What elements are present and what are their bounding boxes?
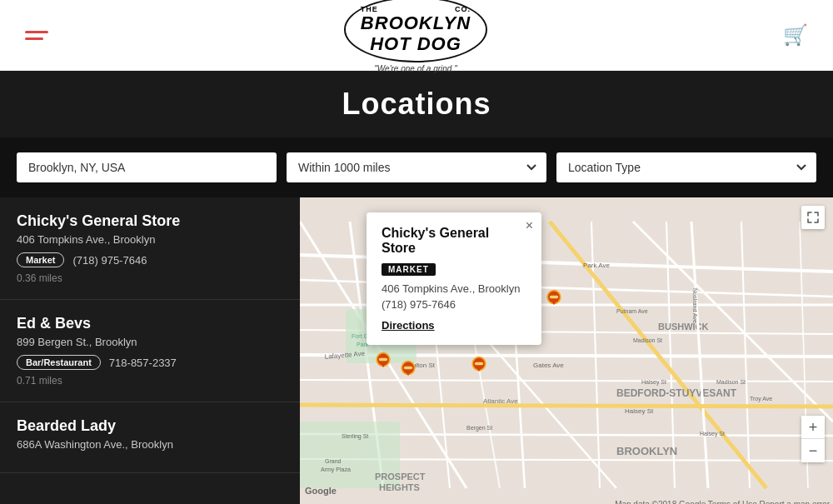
map-popup: × Chicky's General Store MARKET 406 Tomp…: [367, 212, 541, 345]
location-address: 686A Washington Ave., Brooklyn: [17, 438, 283, 451]
list-item[interactable]: Bearded Lady 686A Washington Ave., Brook…: [0, 402, 300, 473]
location-tags: Bar/Restaurant 718-857-2337: [17, 355, 283, 370]
location-phone: 718-857-2337: [109, 357, 177, 369]
svg-text:Nostrand Ave: Nostrand Ave: [692, 288, 698, 323]
map-pin[interactable]: [375, 352, 392, 373]
svg-text:BROOKLYN: BROOKLYN: [616, 445, 677, 457]
zoom-in-button[interactable]: +: [801, 416, 825, 439]
list-item[interactable]: Chicky's General Store 406 Tompkins Ave.…: [0, 197, 300, 300]
popup-address: 406 Tompkins Ave., Brooklyn: [382, 282, 526, 295]
location-tag: Market: [17, 252, 64, 267]
logo-title: BROOKLYNHOT DOG: [361, 13, 471, 53]
svg-text:Troy Ave: Troy Ave: [750, 396, 772, 402]
map-expand-button[interactable]: [801, 206, 825, 229]
svg-text:HEIGHTS: HEIGHTS: [379, 482, 420, 492]
location-tag: Bar/Restaurant: [17, 355, 101, 370]
page-banner: Locations: [0, 71, 833, 137]
svg-text:Putnam Ave: Putnam Ave: [616, 308, 648, 314]
svg-text:PROSPECT: PROSPECT: [375, 472, 426, 482]
popup-phone: (718) 975-7646: [382, 298, 526, 311]
location-distance: 0.36 miles: [17, 272, 283, 284]
map-zoom-controls: + −: [801, 416, 825, 462]
distance-select[interactable]: Within 1000 miles Within 10 miles Within…: [287, 152, 546, 182]
location-name: Ed & Bevs: [17, 315, 283, 332]
location-address: 406 Tompkins Ave., Brooklyn: [17, 233, 283, 246]
logo-tagline: "We're one of a grind.": [374, 64, 456, 73]
svg-text:Park Ave: Park Ave: [583, 262, 610, 269]
svg-text:Madison St: Madison St: [716, 379, 746, 385]
google-logo: Google: [305, 486, 337, 496]
location-search-input[interactable]: [17, 152, 277, 182]
location-list: Chicky's General Store 406 Tompkins Ave.…: [0, 197, 300, 504]
expand-icon: [807, 212, 819, 223]
location-phone: (718) 975-7646: [72, 254, 147, 267]
site-header: THE CO. BROOKLYNHOT DOG "We're one of a …: [0, 0, 833, 71]
svg-rect-73: [404, 367, 412, 369]
cart-icon[interactable]: 🛒: [783, 23, 808, 47]
svg-text:Gates Ave: Gates Ave: [533, 362, 564, 369]
location-name: Bearded Lady: [17, 417, 283, 435]
popup-close-button[interactable]: ×: [526, 219, 533, 232]
svg-text:Grand: Grand: [325, 458, 342, 464]
map-attribution[interactable]: Map data ©2018 Google Terms of Use Repor…: [615, 500, 830, 504]
map-area[interactable]: Flushing Ave Park Ave Lafayette Ave Fult…: [300, 197, 833, 504]
svg-text:Bergen St: Bergen St: [466, 425, 492, 432]
svg-rect-81: [550, 296, 558, 298]
map-pin[interactable]: [400, 360, 416, 382]
svg-line-45: [300, 405, 833, 407]
location-tags: Market (718) 975-7646: [17, 252, 283, 267]
filter-bar: Within 1000 miles Within 10 miles Within…: [0, 137, 833, 197]
content-area: Chicky's General Store 406 Tompkins Ave.…: [0, 197, 833, 504]
map-pin[interactable]: [471, 356, 487, 377]
svg-text:Atlantic Ave: Atlantic Ave: [483, 397, 518, 405]
svg-text:Madison St: Madison St: [633, 337, 662, 343]
map-pin[interactable]: [546, 289, 562, 311]
svg-text:BEDFORD-STUYVESANT: BEDFORD-STUYVESANT: [616, 387, 737, 399]
svg-text:Sterling St: Sterling St: [342, 433, 368, 440]
svg-text:Halsey St: Halsey St: [641, 379, 666, 386]
svg-text:Halsey St: Halsey St: [700, 431, 725, 437]
location-name: Chicky's General Store: [17, 212, 283, 230]
site-logo[interactable]: THE CO. BROOKLYNHOT DOG "We're one of a …: [344, 0, 487, 73]
popup-title: Chicky's General Store: [382, 226, 526, 256]
svg-rect-69: [379, 358, 387, 361]
popup-tag: MARKET: [382, 263, 436, 276]
svg-rect-77: [475, 362, 483, 365]
svg-text:Army Plaza: Army Plaza: [321, 467, 351, 473]
page-title: Locations: [342, 87, 491, 122]
directions-link[interactable]: Directions: [382, 319, 526, 332]
zoom-out-button[interactable]: −: [801, 439, 825, 462]
location-address: 899 Bergen St., Brooklyn: [17, 336, 283, 348]
location-type-select[interactable]: Location Type Market Bar/Restaurant Dine…: [556, 152, 816, 182]
hamburger-menu[interactable]: [25, 31, 48, 40]
list-item[interactable]: Ed & Bevs 899 Bergen St., Brooklyn Bar/R…: [0, 300, 300, 402]
svg-text:BUSHWICK: BUSHWICK: [658, 322, 709, 332]
svg-text:Halsey St: Halsey St: [625, 407, 654, 415]
location-distance: 0.71 miles: [17, 375, 283, 387]
